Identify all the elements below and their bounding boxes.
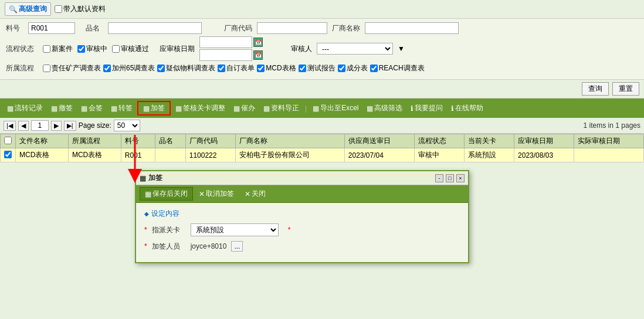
import-label: 资料导正 (271, 103, 299, 113)
col-header-reviewDate: 应审核日期 (514, 134, 574, 148)
col-header-vendorCode: 厂商代码 (185, 134, 235, 148)
col-header-productName: 品名 (155, 134, 186, 148)
save-close-label: 保存后关闭 (152, 189, 188, 199)
default-data-checkbox-label[interactable]: 带入默认资料 (55, 4, 106, 14)
cancel-sign-button[interactable]: ✕ 取消加签 (194, 188, 239, 200)
col-header-filename: 文件名称 (16, 134, 69, 148)
section-header: 设定内容 (144, 209, 460, 219)
modal-close-btn[interactable]: ✕ 关闭 (240, 188, 270, 200)
nav-prev-button[interactable]: ◀ (18, 121, 29, 131)
advanced-filter-button[interactable]: ▦ 高级筛选 (363, 102, 406, 114)
flow-checkbox-2[interactable] (157, 65, 165, 72)
grid-toolbar: |◀ ◀ ▶ ▶| Page size: 50 100 200 1 items … (0, 118, 644, 134)
new-case-label[interactable]: 新案件 (43, 44, 73, 54)
review-label[interactable]: 审核中 (77, 44, 107, 54)
reset-button[interactable]: 重置 (612, 82, 639, 96)
flow-record-label: 流转记录 (15, 103, 43, 113)
material-no-input[interactable] (28, 22, 75, 34)
review-pass-label[interactable]: 审核通过 (112, 44, 149, 54)
nav-next-button[interactable]: ▶ (51, 121, 62, 131)
required-star-2: * (144, 242, 147, 250)
review-pass-checkbox[interactable] (112, 45, 120, 53)
flow-record-button[interactable]: ▦ 流转记录 (4, 102, 46, 114)
advanced-search-button[interactable]: 🔍 高级查询 (5, 2, 51, 16)
import-button[interactable]: ▦ 资料导正 (260, 102, 303, 114)
flow-check-0[interactable]: 责任矿产调查表 (43, 63, 101, 73)
signer-browse-button[interactable]: ... (231, 241, 243, 252)
flow-check-3[interactable]: 自订表单 (218, 63, 255, 73)
calendar-to-icon[interactable]: 📅 (253, 50, 263, 60)
save-close-button[interactable]: ▦ 保存后关闭 (140, 187, 193, 201)
nav-last-button[interactable]: ▶| (64, 121, 76, 131)
flow-checkbox-6[interactable] (338, 65, 345, 72)
select-all-checkbox[interactable] (4, 137, 12, 144)
default-data-checkbox[interactable] (55, 5, 62, 13)
flow-checkbox-4[interactable] (257, 65, 265, 72)
ask-button[interactable]: ℹ 我要提问 (407, 102, 446, 114)
flow-checkbox-0[interactable] (43, 65, 50, 72)
flow-checkbox-7[interactable] (370, 65, 378, 72)
transfer-sign-icon: ▦ (111, 104, 117, 113)
col-header-submitDate: 供应商送审日 (344, 134, 414, 148)
row-check-cell[interactable] (1, 148, 16, 162)
assign-gate-select[interactable]: 系統預設 (191, 223, 279, 236)
save-icon: ▦ (145, 190, 151, 198)
vendor-name-input[interactable] (365, 22, 459, 34)
import-icon: ▦ (263, 104, 270, 113)
flow-check-7[interactable]: REACH调查表 (370, 63, 425, 73)
signer-value: joyce+8010 (191, 242, 227, 250)
cell-actualDate (574, 148, 644, 162)
sign-adjust-button[interactable]: ▦ 签核关卡调整 (172, 102, 229, 114)
assign-gate-label: 指派关卡 (152, 225, 187, 235)
row-checkbox[interactable] (4, 151, 12, 158)
reviewer-dropdown-icon: ▼ (398, 45, 405, 53)
search-icon: 🔍 (9, 5, 18, 13)
sign-adjust-label: 签核关卡调整 (183, 103, 225, 113)
flow-checkbox-1[interactable] (103, 65, 111, 72)
cancel-sign-label: 取消加签 (206, 189, 234, 199)
meeting-sign-button[interactable]: ▦ 会签 (77, 102, 106, 114)
page-size-select[interactable]: 50 100 200 (114, 120, 140, 131)
review-checkbox[interactable] (77, 45, 85, 53)
required-star-gate: * (288, 226, 291, 234)
cell-flowStatus: 审核中 (414, 148, 464, 162)
modal-restore-button[interactable]: □ (446, 174, 454, 182)
nav-first-button[interactable]: |◀ (4, 121, 16, 131)
table-row[interactable]: MCD表格 MCD表格 R001 1100222 安柏电子股份有限公司 2023… (1, 148, 644, 162)
review-date-from-input[interactable] (199, 36, 252, 48)
review-date-to-input[interactable] (199, 49, 252, 61)
withdraw-button[interactable]: ▦ 撤签 (48, 102, 76, 114)
page-number-input[interactable] (31, 120, 49, 131)
flow-check-6[interactable]: 成分表 (338, 63, 368, 73)
help-icon: ℹ (451, 104, 454, 113)
flow-check-2[interactable]: 疑似物料调查表 (157, 63, 215, 73)
add-sign-button[interactable]: ▦ 加签 (137, 101, 171, 116)
advanced-filter-icon: ▦ (367, 104, 373, 113)
add-sign-modal: ▦ 加签 - □ × ▦ 保存后关闭 ✕ 取消加签 ✕ 关闭 (135, 170, 469, 263)
belongs-flow-label: 所属流程 (6, 63, 38, 73)
meeting-sign-label: 会签 (89, 103, 103, 113)
urge-button[interactable]: ▦ 催办 (230, 102, 259, 114)
flow-checkbox-5[interactable] (299, 65, 306, 72)
export-excel-button[interactable]: ▦ 导出至Excel (309, 102, 362, 114)
calendar-from-icon[interactable]: 📅 (253, 38, 263, 47)
flow-check-1[interactable]: 加州65调查表 (103, 63, 155, 73)
help-button[interactable]: ℹ 在线帮助 (448, 102, 487, 114)
product-name-input[interactable] (108, 22, 202, 34)
flow-status-label: 流程状态 (6, 44, 38, 54)
flow-check-4[interactable]: MCD表格 (257, 63, 296, 73)
select-all-header[interactable] (1, 134, 16, 148)
reviewer-select[interactable]: --- (317, 43, 393, 55)
flow-checkbox-3[interactable] (218, 65, 225, 72)
transfer-sign-button[interactable]: ▦ 转签 (107, 102, 136, 114)
modal-controls: - □ × (435, 174, 465, 182)
query-button[interactable]: 查询 (582, 82, 609, 96)
belongs-flow-checkboxes: 责任矿产调查表 加州65调查表 疑似物料调查表 自订表单 MCD表格 测试报告 … (43, 63, 425, 73)
modal-minimize-button[interactable]: - (435, 174, 443, 182)
new-case-checkbox[interactable] (43, 45, 50, 53)
export-excel-icon: ▦ (313, 104, 319, 113)
advanced-search-label: 高级查询 (19, 4, 47, 14)
modal-close-button[interactable]: × (456, 174, 465, 182)
flow-check-5[interactable]: 测试报告 (299, 63, 335, 73)
vendor-code-input[interactable] (257, 22, 327, 34)
